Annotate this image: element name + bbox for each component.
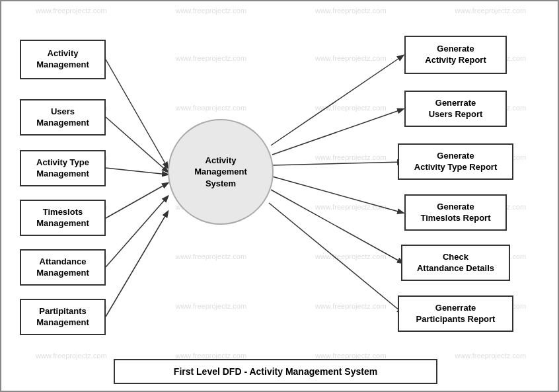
box-timeslots-management: TimeslotsManagement bbox=[20, 200, 106, 236]
box-attandance-management: AttandanceManagement bbox=[20, 249, 106, 286]
svg-line-8 bbox=[272, 162, 403, 165]
caption-text: First Level DFD - Activity Management Sy… bbox=[174, 366, 377, 377]
box-check-attandance-details: CheckAttandance Details bbox=[401, 245, 510, 281]
center-circle: ActivityManagementSystem bbox=[168, 119, 274, 225]
svg-line-9 bbox=[272, 176, 403, 213]
svg-line-2 bbox=[106, 168, 168, 175]
svg-line-1 bbox=[106, 117, 168, 172]
box-generate-activity-type-report: GenerateActivity Type Report bbox=[398, 143, 513, 180]
main-container: www.freeprojectz.comwww.freeprojectz.com… bbox=[0, 0, 559, 392]
svg-line-11 bbox=[269, 203, 403, 313]
box-activity-management: ActivityManagement bbox=[20, 40, 106, 79]
caption-box: First Level DFD - Activity Management Sy… bbox=[114, 359, 437, 384]
svg-line-5 bbox=[106, 212, 168, 317]
box-generrate-participants-report: GenerrateParticipants Report bbox=[398, 295, 513, 332]
box-partipitants-management: PartipitantsManagement bbox=[20, 299, 106, 335]
box-generrate-users-report: GenerrateUsers Report bbox=[404, 91, 507, 127]
box-users-management: UsersManagement bbox=[20, 99, 106, 136]
svg-line-7 bbox=[272, 109, 403, 155]
box-activity-type-management: Activity TypeManagement bbox=[20, 150, 106, 186]
svg-line-3 bbox=[106, 183, 168, 218]
svg-line-4 bbox=[106, 196, 168, 267]
svg-line-10 bbox=[271, 190, 403, 263]
box-generate-activity-report: GenerateActivity Report bbox=[404, 36, 507, 74]
svg-line-0 bbox=[106, 59, 168, 168]
box-generate-timeslots-report: GenerateTimeslots Report bbox=[404, 194, 507, 231]
